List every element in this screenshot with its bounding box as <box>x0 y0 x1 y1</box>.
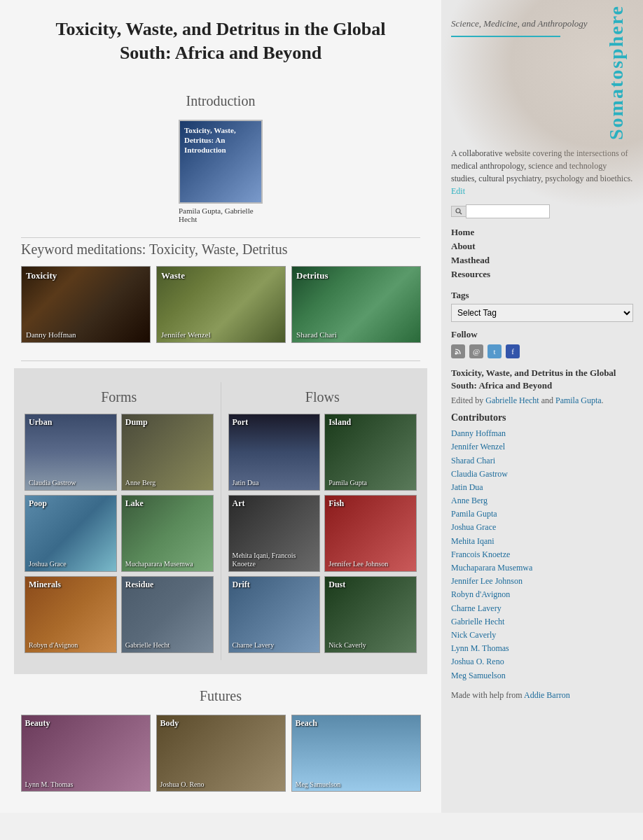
article-card-port[interactable]: Port Jatin Dua <box>228 414 321 491</box>
nav-item-masthead[interactable]: Masthead <box>451 253 633 267</box>
list-item[interactable]: Anne Berg <box>451 494 633 507</box>
ac-author-residue: Gabrielle Hecht <box>125 641 170 650</box>
forms-column: Forms Urban Claudia Gastrow Dump Anne Be… <box>18 382 221 660</box>
list-item[interactable]: Danny Hoffman <box>451 427 633 440</box>
fc-title-beach: Beach <box>296 718 317 729</box>
future-card-body[interactable]: Body Joshua O. Reno <box>156 715 286 792</box>
list-item[interactable]: Jennifer Lee Johnson <box>451 575 633 588</box>
article-card-fish[interactable]: Fish Jennifer Lee Johnson <box>324 495 417 572</box>
kc-author-waste: Jennifer Wenzel <box>161 330 211 339</box>
article-card-drift[interactable]: Drift Charne Lavery <box>228 576 321 653</box>
list-item[interactable]: Gabrielle Hecht <box>451 615 633 629</box>
list-item[interactable]: Claudia Gastrow <box>451 468 633 481</box>
list-item[interactable]: Nick Caverly <box>451 629 633 642</box>
kc-author-detritus: Sharad Chari <box>296 330 337 339</box>
list-item[interactable]: Joshua Grace <box>451 521 633 534</box>
svg-point-0 <box>456 209 460 213</box>
twitter-icon[interactable]: t <box>488 344 502 358</box>
sidebar-nav: Home About Masthead Resources <box>451 225 633 281</box>
tags-label: Tags <box>451 290 633 301</box>
keyword-card-waste[interactable]: Waste Jennifer Wenzel <box>156 266 286 343</box>
edit-link[interactable]: Edit <box>451 186 465 196</box>
kc-author-toxicity: Danny Hoffman <box>26 330 76 339</box>
article-card-minerals[interactable]: Minerals Robyn d'Avignon <box>25 576 117 653</box>
fc-author-beach: Meg Samuelson <box>296 780 341 788</box>
list-item[interactable]: Robyn d'Avignon <box>451 588 633 601</box>
nav-item-about[interactable]: About <box>451 239 633 253</box>
ac-author-minerals: Robyn d'Avignon <box>29 641 78 650</box>
facebook-icon[interactable]: f <box>506 344 520 358</box>
search-input[interactable] <box>466 204 550 218</box>
list-item[interactable]: Francois Knoetze <box>451 548 633 561</box>
nav-link-masthead[interactable]: Masthead <box>451 253 633 267</box>
helper-link[interactable]: Addie Barron <box>524 690 570 700</box>
list-item[interactable]: Charne Lavery <box>451 602 633 615</box>
sidebar: Somatosphere Science, Medicine, and Anth… <box>441 0 643 813</box>
keyword-card-toxicity[interactable]: Toxicity Danny Hoffman <box>21 266 151 343</box>
article-card-lake[interactable]: Lake Muchaparara Musemwa <box>121 495 214 572</box>
nav-link-about[interactable]: About <box>451 239 633 253</box>
contributors-list: Danny Hoffman Jennifer Wenzel Sharad Cha… <box>451 427 633 682</box>
fc-author-body: Joshua O. Reno <box>160 780 205 788</box>
contributors-label: Contributors <box>451 412 633 424</box>
ac-author-port: Jatin Dua <box>233 479 259 487</box>
list-item[interactable]: Meg Samuelson <box>451 669 633 682</box>
nav-item-home[interactable]: Home <box>451 225 633 239</box>
kc-title-waste: Waste <box>161 270 185 281</box>
ac-title-fish: Fish <box>329 498 344 509</box>
intro-card-title: Toxicity, Waste, Detritus: An Introducti… <box>184 125 257 155</box>
ac-author-drift: Charne Lavery <box>233 641 275 650</box>
list-item[interactable]: Lynn M. Thomas <box>451 642 633 655</box>
article-card-island[interactable]: Island Pamila Gupta <box>324 414 417 491</box>
rss-icon[interactable] <box>451 344 465 358</box>
editor-link-2[interactable]: Pamila Gupta <box>555 396 602 405</box>
keyword-card-detritus[interactable]: Detritus Sharad Chari <box>291 266 421 343</box>
future-card-beauty[interactable]: Beauty Lynn M. Thomas <box>21 715 151 792</box>
forms-grid: Urban Claudia Gastrow Dump Anne Berg Poo… <box>25 414 214 653</box>
ac-author-urban: Claudia Gastrow <box>29 479 76 487</box>
svg-point-2 <box>455 353 457 355</box>
ac-title-port: Port <box>233 417 249 428</box>
list-item[interactable]: Sharad Chari <box>451 454 633 468</box>
nav-item-resources[interactable]: Resources <box>451 267 633 281</box>
site-description: A collaborative website covering the int… <box>451 147 633 197</box>
list-item[interactable]: Jatin Dua <box>451 481 633 494</box>
article-card-dump[interactable]: Dump Anne Berg <box>121 414 214 491</box>
made-with: Made with help from Addie Barron <box>451 690 633 701</box>
keyword-section: Keyword meditations: Toxicity, Waste, De… <box>14 241 427 343</box>
fc-title-body: Body <box>160 718 179 729</box>
article-card-residue[interactable]: Residue Gabrielle Hecht <box>121 576 214 653</box>
featured-title: Toxicity, Waste, and Detritus in the Glo… <box>451 367 633 392</box>
nav-link-home[interactable]: Home <box>451 225 633 239</box>
follow-icons: @ t f <box>451 344 633 358</box>
intro-section: Introduction Toxicity, Waste, Detritus: … <box>14 93 427 223</box>
article-card-poop[interactable]: Poop Joshua Grace <box>25 495 117 572</box>
list-item[interactable]: Pamila Gupta <box>451 507 633 521</box>
list-item[interactable]: Muchaparara Musemwa <box>451 561 633 575</box>
editor-link-1[interactable]: Gabrielle Hecht <box>485 396 539 405</box>
divider-2 <box>21 360 420 361</box>
keyword-header: Keyword meditations: Toxicity, Waste, De… <box>14 241 427 258</box>
future-card-beach[interactable]: Beach Meg Samuelson <box>291 715 421 792</box>
follow-label: Follow <box>451 329 633 340</box>
rss-svg <box>454 347 462 356</box>
email-icon[interactable]: @ <box>469 344 483 358</box>
fc-author-beauty: Lynn M. Thomas <box>25 780 74 788</box>
article-card-art[interactable]: Art Mehita Iqani, Francois Knoetze <box>228 495 321 572</box>
article-card-urban[interactable]: Urban Claudia Gastrow <box>25 414 117 491</box>
list-item[interactable]: Jennifer Wenzel <box>451 440 633 454</box>
ac-title-art: Art <box>233 498 245 509</box>
tags-select[interactable]: Select Tag <box>451 304 633 322</box>
kc-title-detritus: Detritus <box>296 270 329 281</box>
futures-section: Futures Beauty Lynn M. Thomas Body Joshu… <box>14 688 427 792</box>
flows-grid: Port Jatin Dua Island Pamila Gupta Art M… <box>228 414 417 653</box>
list-item[interactable]: Joshua O. Reno <box>451 655 633 668</box>
site-desc-text: A collaborative website covering the int… <box>451 148 632 183</box>
ac-author-island: Pamila Gupta <box>329 479 367 487</box>
article-card-dust[interactable]: Dust Nick Caverly <box>324 576 417 653</box>
flows-column: Flows Port Jatin Dua Island Pamila Gupta… <box>221 382 424 660</box>
nav-link-resources[interactable]: Resources <box>451 267 633 281</box>
site-title: Somatosphere <box>607 14 626 140</box>
list-item[interactable]: Mehita Iqani <box>451 535 633 548</box>
intro-card[interactable]: Toxicity, Waste, Detritus: An Introducti… <box>179 120 263 223</box>
